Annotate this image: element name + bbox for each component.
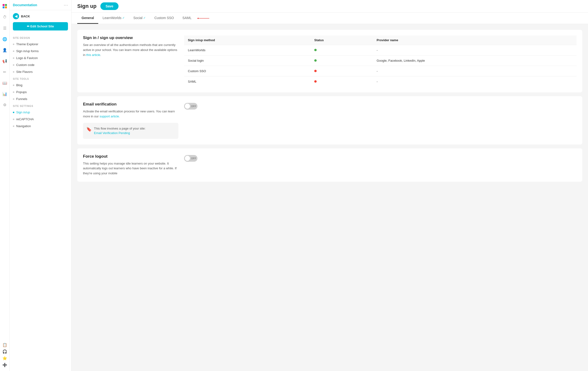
email-verification-right: OFF	[184, 102, 198, 139]
table-cell-method: SAML	[184, 76, 310, 87]
overview-title: Sign in / sign up overview	[83, 35, 178, 40]
layers-icon[interactable]: ☰	[1, 25, 8, 31]
headset-icon[interactable]: 🎧	[1, 348, 8, 355]
book-icon[interactable]: 📖	[1, 80, 8, 86]
nav-dot	[13, 85, 14, 86]
sidebar-item-label: Theme Explorer	[16, 42, 38, 46]
tab-social[interactable]: Social ✓	[129, 13, 150, 24]
sidebar-item-navigation[interactable]: Navigation	[10, 123, 71, 130]
tab-custom-sso[interactable]: Custom SSO	[150, 13, 178, 24]
overview-table-container: Sign in/up method Status Provider name L…	[184, 35, 577, 87]
nav-dot	[13, 98, 14, 100]
email-verification-left: Email verification Activate the email ve…	[83, 102, 178, 139]
overview-description: See an overview of all the authenticatio…	[83, 43, 178, 57]
force-logout-card-body: Force logout This setting helps you mana…	[77, 148, 582, 182]
chart-icon[interactable]: 📊	[1, 90, 8, 97]
back-arrow-icon: ◀	[13, 13, 19, 19]
email-verification-desc-text: Activate the email verification process …	[83, 110, 175, 118]
sidebar: Documentation ⋯ ◀ BACK ✏ Edit School Sit…	[10, 0, 72, 371]
sidebar-item-label: Navigation	[16, 124, 31, 128]
nav-dot	[13, 91, 14, 93]
tab-check-icon: ✓	[143, 16, 146, 20]
sidebar-item-popups[interactable]: Popups	[10, 89, 71, 95]
nav-dot	[13, 119, 14, 120]
more-options-icon[interactable]: ⋯	[64, 2, 68, 8]
tab-general[interactable]: General	[77, 13, 98, 24]
sidebar-item-sign-in-up[interactable]: Sign in/up	[10, 109, 71, 116]
megaphone-icon[interactable]: 📢	[1, 58, 8, 64]
table-cell-status	[310, 55, 373, 66]
toggle-off-label: OFF	[191, 157, 196, 160]
page-title: Sign up	[77, 3, 96, 9]
nav-dot	[13, 44, 14, 45]
email-verification-toggle[interactable]: OFF	[184, 103, 198, 110]
back-button[interactable]: ◀ BACK	[10, 10, 71, 22]
sidebar-item-label: Funnels	[16, 97, 27, 101]
toggle-knob	[185, 104, 190, 109]
edit-school-site-button[interactable]: ✏ Edit School Site	[13, 22, 68, 30]
person-icon[interactable]: 👤	[1, 47, 8, 53]
save-button[interactable]: Save	[100, 2, 119, 10]
tab-label: LearnWorlds	[103, 16, 121, 20]
table-cell-provider: -	[373, 76, 577, 87]
tab-saml[interactable]: SAML	[178, 13, 196, 24]
gear-icon[interactable]: ⚙	[1, 101, 8, 108]
sidebar-item-label: reCAPTCHA	[16, 117, 34, 121]
clock-icon[interactable]: ⏱	[1, 14, 8, 20]
overview-link[interactable]: this article	[86, 53, 100, 57]
table-cell-method: LearnWorlds	[184, 45, 310, 55]
email-verification-link[interactable]: support article.	[99, 115, 120, 118]
star-person-icon[interactable]: ⭐	[1, 355, 8, 361]
sidebar-header: Documentation ⋯	[10, 0, 71, 10]
sidebar-item-theme-explorer[interactable]: Theme Explorer	[10, 41, 71, 48]
tab-label: SAML	[182, 16, 191, 20]
info-icon: 🔖	[86, 127, 92, 132]
pen-icon[interactable]: ✏	[1, 69, 8, 75]
sidebar-item-label: Popups	[16, 90, 27, 94]
email-verification-pending-link[interactable]: Email Verification Pending	[94, 131, 130, 135]
email-verification-top-row: Email verification Activate the email ve…	[83, 102, 577, 139]
table-row: Custom SSO-	[184, 66, 577, 76]
app-grid-icon[interactable]	[1, 3, 8, 10]
sidebar-item-label: Logo & Favicon	[16, 56, 38, 60]
email-verification-card-body: Email verification Activate the email ve…	[77, 96, 582, 145]
sidebar-item-sign-in-forms[interactable]: Sign in/up forms	[10, 48, 71, 55]
sidebar-item-custom-code[interactable]: Custom code	[10, 61, 71, 68]
status-dot	[314, 70, 317, 72]
app-name: Documentation	[13, 3, 37, 7]
tab-learnworlds[interactable]: LearnWorlds ✓	[98, 13, 129, 24]
nav-dot	[13, 125, 14, 127]
main-content: Sign up Save General LearnWorlds ✓ Socia…	[72, 0, 588, 371]
status-dot	[314, 49, 317, 51]
tab-check-icon: ✓	[122, 16, 125, 20]
nav-dot	[13, 50, 14, 52]
overview-table: Sign in/up method Status Provider name L…	[184, 35, 577, 87]
site-tools-section-label: SITE TOOLS	[10, 75, 71, 82]
force-logout-left: Force logout This setting helps you mana…	[83, 154, 178, 176]
table-cell-provider: -	[373, 45, 577, 55]
sidebar-item-logo-favicon[interactable]: Logo & Favicon	[10, 55, 71, 61]
table-row: SAML-	[184, 76, 577, 87]
globe-icon[interactable]: 🌐	[1, 36, 8, 42]
sidebar-item-label: Sign in/up forms	[16, 49, 39, 53]
overview-card-left: Sign in / sign up overview See an overvi…	[83, 35, 178, 87]
nav-dot	[13, 57, 14, 59]
toggle-off-label: OFF	[191, 105, 196, 108]
sidebar-item-label: Blog	[16, 83, 22, 87]
table-cell-provider: -	[373, 66, 577, 76]
sidebar-item-site-flavors[interactable]: Site Flavors	[10, 68, 71, 75]
force-logout-toggle[interactable]: OFF	[184, 155, 198, 162]
force-logout-title: Force logout	[83, 154, 178, 159]
clipboard-icon[interactable]: 📋	[1, 341, 8, 348]
sidebar-item-funnels[interactable]: Funnels	[10, 95, 71, 102]
tab-label: Custom SSO	[154, 16, 174, 20]
force-logout-right: OFF	[184, 154, 198, 176]
plus-icon[interactable]: ➕	[1, 361, 8, 368]
sidebar-item-blog[interactable]: Blog	[10, 82, 71, 89]
sidebar-item-recaptcha[interactable]: reCAPTCHA	[10, 116, 71, 123]
info-text: This flow involves a page of your site: …	[94, 126, 146, 135]
table-header-method: Sign in/up method	[184, 35, 310, 45]
site-design-section-label: SITE DESIGN	[10, 34, 71, 41]
status-dot	[314, 59, 317, 62]
toggle-knob	[185, 156, 190, 161]
